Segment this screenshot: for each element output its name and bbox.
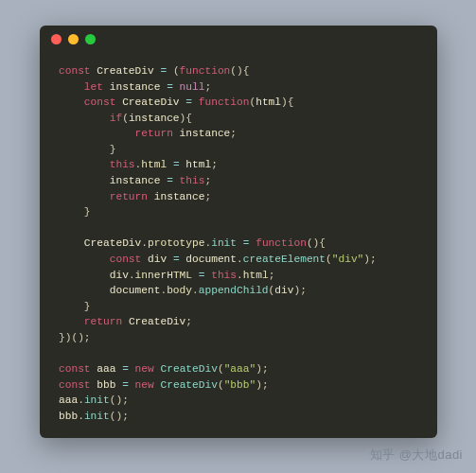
minimize-icon[interactable] <box>68 34 79 44</box>
code-token: (); <box>110 394 129 406</box>
code-token: ; <box>269 270 275 281</box>
code-token <box>167 159 173 170</box>
code-token: ; <box>204 191 211 202</box>
code-token <box>192 270 199 281</box>
code-token: createElement <box>243 254 326 265</box>
code-token: ; <box>204 81 211 93</box>
code-token <box>59 175 110 186</box>
code-block: const CreateDiv = (function(){ let insta… <box>40 52 437 438</box>
watermark-text: 知乎 @大地dadi <box>370 447 463 464</box>
code-token: instance <box>129 113 180 124</box>
code-token: html <box>141 159 167 170</box>
close-icon[interactable] <box>51 34 62 44</box>
code-token: "div" <box>332 254 364 265</box>
code-token: div <box>148 254 167 265</box>
code-token: CreateDiv <box>84 237 141 249</box>
code-token: aaa <box>59 394 78 406</box>
code-token: div <box>274 285 293 296</box>
code-token: let <box>84 81 103 93</box>
code-token: bbb <box>97 379 115 391</box>
code-token: CreateDiv <box>122 96 179 108</box>
code-token <box>192 96 199 108</box>
code-line: this.html = html; <box>59 157 418 173</box>
code-token: } <box>84 301 91 312</box>
code-token: document <box>110 285 161 296</box>
code-token: appendChild <box>199 285 269 296</box>
code-token <box>59 270 110 281</box>
code-token: ); <box>256 363 268 375</box>
code-token: bbb <box>59 411 78 422</box>
code-token <box>59 159 110 170</box>
code-token <box>59 81 84 93</box>
code-token: = <box>122 363 129 375</box>
code-token <box>129 379 135 391</box>
code-token: } <box>84 206 91 218</box>
code-token <box>59 254 110 265</box>
code-token: html <box>243 270 269 281</box>
code-token: html <box>185 159 211 170</box>
code-line: bbb.init(); <box>59 409 418 425</box>
code-token <box>173 128 180 139</box>
code-line: const div = document.createElement("div"… <box>59 252 418 268</box>
code-line: return CreateDiv; <box>59 314 418 330</box>
code-line <box>59 220 418 236</box>
code-token: const <box>59 363 91 375</box>
code-token: const <box>110 254 142 265</box>
code-token: })(); <box>59 332 91 343</box>
code-line <box>59 345 418 361</box>
code-line: const CreateDiv = function(html){ <box>59 95 418 111</box>
code-token: = <box>122 379 129 391</box>
code-token: document <box>185 254 237 265</box>
code-token <box>173 81 180 93</box>
code-token: ( <box>167 65 179 77</box>
code-token: (){ <box>307 237 326 249</box>
code-line: let instance = null; <box>59 79 418 96</box>
code-token: if <box>110 113 122 124</box>
code-token <box>59 128 135 139</box>
code-token: aaa <box>97 363 115 375</box>
code-token: CreateDiv <box>97 65 153 77</box>
code-line: instance = this; <box>59 173 418 189</box>
code-token: this <box>110 159 135 170</box>
code-token: (){ <box>230 65 249 77</box>
code-token: ( <box>218 363 224 375</box>
code-token: ; <box>211 159 218 170</box>
code-token: return <box>84 316 122 327</box>
code-token <box>103 81 110 93</box>
code-token: = <box>173 254 180 265</box>
code-token <box>59 191 110 202</box>
code-token: = <box>167 81 173 93</box>
code-token: return <box>135 128 173 139</box>
code-token: new <box>135 363 154 375</box>
code-token: CreateDiv <box>160 363 217 375</box>
code-token: instance <box>154 191 205 202</box>
code-token: . <box>192 285 199 296</box>
code-line: const bbb = new CreateDiv("bbb"); <box>59 377 418 394</box>
code-token: ; <box>204 175 211 186</box>
code-token: instance <box>110 81 161 93</box>
code-line: CreateDiv.prototype.init = function(){ <box>59 236 418 252</box>
code-token: ( <box>326 254 332 265</box>
code-token: CreateDiv <box>160 379 217 391</box>
code-token: body <box>167 285 192 296</box>
code-token <box>122 316 129 327</box>
code-token <box>173 175 180 186</box>
code-line: })(); <box>59 330 418 346</box>
zoom-icon[interactable] <box>85 34 96 44</box>
code-token: (); <box>110 411 129 422</box>
code-token: this <box>180 175 205 186</box>
code-token: } <box>110 144 116 155</box>
code-token <box>59 316 84 327</box>
code-token: . <box>141 237 148 249</box>
code-token <box>59 206 84 218</box>
code-token <box>167 254 173 265</box>
code-token: const <box>59 379 91 391</box>
code-token <box>59 237 84 249</box>
code-token: "aaa" <box>224 363 256 375</box>
code-token: ){ <box>180 113 192 124</box>
code-token: return <box>110 191 148 202</box>
code-token: . <box>129 270 135 281</box>
code-token: ; <box>230 128 237 139</box>
code-token: null <box>180 81 205 93</box>
code-line: if(instance){ <box>59 111 418 127</box>
